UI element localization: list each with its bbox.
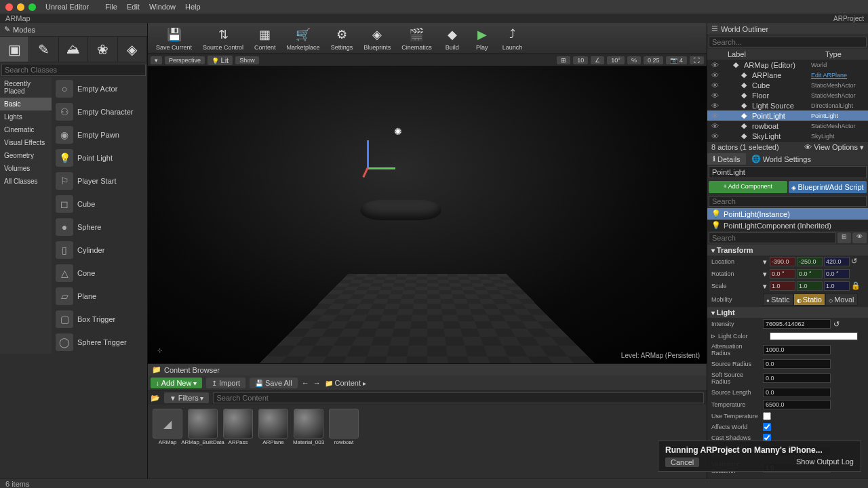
details-search-input[interactable]	[709, 232, 836, 243]
nav-back-button[interactable]: ←	[302, 379, 309, 387]
viewport[interactable]: ✺ ⊹ Level: ARMap (Persistent)	[148, 66, 707, 363]
content-button[interactable]: ▦Content	[250, 25, 280, 52]
category-all-classes[interactable]: All Classes	[0, 175, 52, 188]
visibility-icon[interactable]: 👁	[710, 81, 719, 89]
component-pointlightcomponent-inherited-[interactable]: 💡PointLightComponent (Inherited)	[707, 220, 868, 231]
lock-scale-icon[interactable]: 🔒	[851, 281, 861, 291]
asset-armap[interactable]: ◢ARMap	[152, 409, 183, 446]
cinematics-button[interactable]: 🎬Cinematics	[397, 25, 436, 52]
temperature-input[interactable]	[763, 400, 831, 409]
breadcrumb[interactable]: 📁 Content ▸	[325, 379, 366, 387]
attenuation-radius-input[interactable]	[763, 345, 831, 354]
modes-panel-header[interactable]: ✎ Modes	[0, 23, 147, 37]
paint-mode-tab[interactable]: ✎	[29, 37, 58, 62]
snap-scale-value[interactable]: 0.25	[644, 56, 664, 64]
launch-button[interactable]: ⤴Launch	[498, 25, 527, 52]
blueprints-button[interactable]: ◈Blueprints	[359, 25, 395, 52]
menu-help[interactable]: Help	[185, 3, 201, 11]
column-type[interactable]: Type	[824, 49, 868, 60]
camera-speed[interactable]: 📷 4	[666, 56, 687, 64]
actor-cone[interactable]: △Cone	[52, 262, 147, 285]
world-outliner-tab[interactable]: ☰ World Outliner	[707, 23, 868, 35]
details-tab[interactable]: ℹDetails	[707, 153, 746, 165]
visibility-icon[interactable]: 👁	[710, 132, 719, 140]
menu-window[interactable]: Window	[149, 3, 176, 11]
category-basic[interactable]: Basic	[0, 98, 52, 110]
actor-name-input[interactable]	[709, 166, 867, 178]
asset-rowboat[interactable]: rowboat	[328, 409, 359, 446]
category-lights[interactable]: Lights	[0, 110, 52, 123]
visibility-icon[interactable]: 👁	[710, 102, 719, 110]
content-browser-tab[interactable]: 📁 Content Browser	[148, 364, 707, 375]
actor-empty-actor[interactable]: ○Empty Actor	[52, 77, 147, 100]
visibility-icon[interactable]: 👁	[710, 71, 719, 79]
save-current-button[interactable]: 💾Save Current	[152, 25, 196, 52]
maximize-viewport[interactable]: ⛶	[690, 56, 704, 64]
reset-location-icon[interactable]: ↺	[851, 257, 857, 266]
scale-x-input[interactable]	[770, 281, 795, 291]
actor-empty-pawn[interactable]: ◉Empty Pawn	[52, 123, 147, 146]
source-length-input[interactable]	[763, 388, 831, 397]
actor-box-trigger[interactable]: ▢Box Trigger	[52, 308, 147, 331]
world-settings-tab[interactable]: 🌐World Settings	[746, 153, 816, 165]
actor-plane[interactable]: ▱Plane	[52, 285, 147, 308]
outliner-row-armap-editor-[interactable]: 👁◆ARMap (Editor)World	[707, 60, 868, 70]
geometry-mode-tab[interactable]: ◈	[118, 37, 147, 62]
expand-advanced-icon[interactable]: ▾	[707, 476, 868, 479]
category-recently-placed[interactable]: Recently Placed	[0, 77, 52, 98]
toast-cancel-button[interactable]: Cancel	[665, 458, 699, 467]
view-options-button[interactable]: 👁 View Options ▾	[804, 143, 864, 152]
outliner-row-arplane[interactable]: 👁◆ARPlaneEdit ARPlane	[707, 70, 868, 80]
mobility-stationary[interactable]: ◐ Statio	[793, 293, 825, 306]
add-component-button[interactable]: + Add Component	[709, 181, 787, 193]
gizmo-y-axis[interactable]	[368, 167, 395, 169]
location-y-input[interactable]	[797, 257, 823, 266]
import-button[interactable]: ↥ Import	[206, 378, 245, 388]
outliner-row-cube[interactable]: 👁◆CubeStaticMeshActor	[707, 80, 868, 90]
save-all-button[interactable]: 💾 Save All	[250, 378, 298, 388]
menu-edit[interactable]: Edit	[127, 3, 140, 11]
scale-y-input[interactable]	[797, 281, 823, 291]
column-label[interactable]: Label	[707, 49, 824, 60]
filters-button[interactable]: ▼ Filters ▾	[164, 392, 209, 403]
build-button[interactable]: ◆Build	[439, 25, 466, 52]
landscape-mode-tab[interactable]: ⛰	[59, 37, 88, 62]
use-temperature-checkbox[interactable]	[763, 412, 771, 420]
place-mode-tab[interactable]: ▣	[0, 37, 29, 62]
light-section-header[interactable]: ▾ Light	[707, 307, 868, 318]
lit-dropdown[interactable]: 💡 Lit	[208, 56, 233, 65]
play-button[interactable]: ▶Play	[469, 25, 496, 52]
gizmo-x-axis[interactable]	[362, 167, 368, 178]
visibility-icon[interactable]: 👁	[710, 92, 719, 100]
foliage-mode-tab[interactable]: ❀	[88, 37, 117, 62]
sources-toggle[interactable]: 📂	[151, 394, 160, 403]
actor-cube[interactable]: ◻Cube	[52, 192, 147, 216]
category-visual-effects[interactable]: Visual Effects	[0, 136, 52, 149]
category-cinematic[interactable]: Cinematic	[0, 123, 52, 136]
perspective-dropdown[interactable]: Perspective	[165, 56, 205, 64]
outliner-row-floor[interactable]: 👁◆FloorStaticMeshActor	[707, 90, 868, 100]
actor-player-start[interactable]: ⚐Player Start	[52, 169, 147, 192]
blueprint-button[interactable]: ◈ Blueprint/Add Script	[789, 181, 867, 193]
source-control-button[interactable]: ⇅Source Control	[199, 25, 248, 52]
maximize-window-icon[interactable]	[28, 3, 36, 11]
source-radius-input[interactable]	[763, 359, 831, 369]
category-volumes[interactable]: Volumes	[0, 162, 52, 175]
outliner-row-pointlight[interactable]: 👁◆PointLightPointLight	[707, 110, 868, 121]
actor-empty-character[interactable]: ⚇Empty Character	[52, 100, 147, 123]
nav-forward-button[interactable]: →	[313, 379, 321, 387]
gizmo-z-axis[interactable]	[367, 140, 369, 167]
asset-arpass[interactable]: ARPass	[222, 409, 254, 446]
rotation-y-input[interactable]	[797, 269, 823, 279]
component-pointlight-instance-[interactable]: 💡PointLight(Instance)	[707, 208, 868, 220]
affects-world-checkbox[interactable]	[763, 423, 771, 431]
close-window-icon[interactable]	[5, 3, 13, 11]
outliner-row-skylight[interactable]: 👁◆SkyLightSkyLight	[707, 131, 868, 141]
details-lock-icon[interactable]: 👁	[852, 232, 867, 243]
snap-angle-value[interactable]: 10°	[607, 56, 625, 64]
component-search-input[interactable]	[709, 196, 867, 207]
location-z-input[interactable]	[824, 257, 850, 266]
mobility-movable[interactable]: ◇ Moval	[825, 293, 858, 306]
search-content-input[interactable]	[213, 392, 704, 403]
toast-show-log-link[interactable]: Show Output Log	[796, 458, 854, 467]
